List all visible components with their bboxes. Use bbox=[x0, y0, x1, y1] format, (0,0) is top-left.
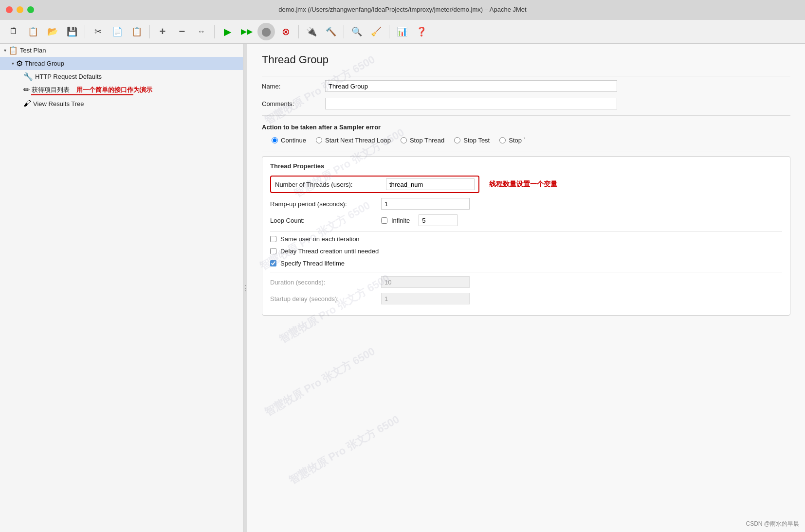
panel-divider[interactable] bbox=[243, 44, 247, 532]
same-user-checkbox[interactable] bbox=[270, 236, 276, 242]
radio-stop-now-label[interactable]: Stop ` bbox=[509, 137, 526, 144]
radio-start-next-input[interactable] bbox=[316, 137, 322, 143]
http-defaults-icon: 🔧 bbox=[23, 72, 33, 81]
duration-input[interactable] bbox=[381, 276, 470, 288]
separator-after-title bbox=[262, 76, 790, 76]
infinite-label[interactable]: Infinite bbox=[391, 217, 410, 224]
radio-continue[interactable]: Continue bbox=[272, 137, 306, 144]
toolbar: 🗒 📋 📂 💾 ✂ 📄 📋 + − ↔ ▶ ▶▶ ⬤ ⊗ 🔌 🔨 🔍 🧹 📊 ❓ bbox=[0, 19, 805, 44]
loop-count-label: Loop Count: bbox=[270, 217, 377, 224]
delay-thread-checkbox[interactable] bbox=[270, 248, 276, 254]
same-user-label[interactable]: Same user on each iteration bbox=[280, 235, 360, 243]
radio-stop-thread-label[interactable]: Stop Thread bbox=[410, 137, 444, 144]
annotation-underline bbox=[31, 94, 133, 95]
run-button[interactable]: ▶ bbox=[219, 23, 236, 40]
radio-stop-test-input[interactable] bbox=[454, 137, 460, 143]
startup-delay-label: Startup delay (seconds): bbox=[270, 295, 377, 302]
right-panel: Thread Group Name: Comments: Action to b… bbox=[247, 44, 805, 532]
loop-count-input[interactable] bbox=[419, 214, 457, 226]
thread-group-form: Thread Group Name: Comments: Action to b… bbox=[247, 44, 805, 333]
open-button[interactable]: 📂 bbox=[44, 23, 61, 40]
add-button[interactable]: + bbox=[154, 23, 171, 40]
stop-button[interactable]: ⬤ bbox=[257, 23, 275, 40]
clear-all-button[interactable]: 🧹 bbox=[367, 23, 385, 40]
thread-properties-box: Thread Properties Number of Threads (use… bbox=[262, 156, 790, 316]
watermark-5: 智慧牧原 Pro 张文方 6500 bbox=[262, 344, 378, 420]
separator-4 bbox=[298, 25, 299, 38]
function-helper-button[interactable]: 📊 bbox=[393, 23, 411, 40]
annotation-interface: 用一个简单的接口作为演示 bbox=[76, 86, 152, 94]
radio-continue-label[interactable]: Continue bbox=[281, 137, 306, 144]
get-list-label: 获得项目列表 bbox=[32, 86, 70, 94]
open-templates-button[interactable]: 📋 bbox=[24, 23, 42, 40]
test-plan-icon: 📋 bbox=[8, 46, 18, 55]
sidebar-item-view-results[interactable]: 🖌 View Results Tree bbox=[0, 97, 243, 110]
comments-row: Comments: bbox=[262, 98, 790, 109]
left-panel: ▾ 📋 Test Plan ▾ ⚙ Thread Group 🔧 HTTP Re… bbox=[0, 44, 243, 532]
radio-start-next[interactable]: Start Next Thread Loop bbox=[316, 137, 391, 144]
separator-6 bbox=[389, 25, 389, 38]
radio-continue-input[interactable] bbox=[272, 137, 278, 143]
save-button[interactable]: 💾 bbox=[63, 23, 81, 40]
ramp-up-input[interactable] bbox=[381, 198, 470, 210]
startup-delay-row: Startup delay (seconds): bbox=[270, 293, 782, 304]
expand-icon: ▾ bbox=[4, 48, 6, 53]
annotation-thread-num: 线程数量设置一个变量 bbox=[489, 180, 557, 189]
radio-stop-now[interactable]: Stop ` bbox=[499, 137, 526, 144]
sidebar-item-http-defaults[interactable]: 🔧 HTTP Request Defaults bbox=[0, 70, 243, 83]
separator-after-radio bbox=[262, 152, 790, 152]
ramp-up-label: Ramp-up period (seconds): bbox=[270, 200, 377, 208]
delay-thread-label[interactable]: Delay Thread creation until needed bbox=[280, 248, 379, 255]
specify-lifetime-label[interactable]: Specify Thread lifetime bbox=[280, 260, 345, 267]
thread-num-highlight-box: Number of Threads (users): bbox=[270, 176, 479, 193]
copy-button[interactable]: 📄 bbox=[109, 23, 126, 40]
name-input[interactable] bbox=[325, 80, 617, 92]
run-no-pause-button[interactable]: ▶▶ bbox=[238, 23, 256, 40]
comments-input[interactable] bbox=[325, 98, 617, 109]
infinite-checkbox[interactable] bbox=[381, 217, 387, 224]
remote-start-button[interactable]: 🔌 bbox=[303, 23, 320, 40]
watermark-6: 智慧牧原 Pro 张文方 6500 bbox=[286, 412, 402, 488]
radio-stop-test[interactable]: Stop Test bbox=[454, 137, 490, 144]
name-label: Name: bbox=[262, 83, 320, 90]
thread-num-input[interactable] bbox=[386, 178, 475, 190]
radio-stop-thread-input[interactable] bbox=[401, 137, 407, 143]
window-controls[interactable] bbox=[6, 6, 34, 13]
sidebar-item-thread-group[interactable]: ▾ ⚙ Thread Group bbox=[0, 57, 243, 70]
minimize-button[interactable] bbox=[17, 6, 23, 13]
window-title: demo.jmx (/Users/zhangwenfang/IdeaProjec… bbox=[278, 6, 526, 13]
new-button[interactable]: 🗒 bbox=[5, 23, 22, 40]
specify-lifetime-checkbox[interactable] bbox=[270, 260, 276, 266]
same-user-row: Same user on each iteration bbox=[270, 235, 782, 243]
search-button[interactable]: 🔍 bbox=[348, 23, 366, 40]
close-button[interactable] bbox=[6, 6, 13, 13]
help-button[interactable]: ❓ bbox=[413, 23, 430, 40]
panel-title: Thread Group bbox=[262, 53, 790, 66]
radio-start-next-label[interactable]: Start Next Thread Loop bbox=[325, 137, 391, 144]
radio-stop-now-input[interactable] bbox=[499, 137, 506, 143]
sidebar-item-test-plan[interactable]: ▾ 📋 Test Plan bbox=[0, 44, 243, 57]
http-defaults-label: HTTP Request Defaults bbox=[35, 73, 102, 80]
delay-thread-row: Delay Thread creation until needed bbox=[270, 248, 782, 255]
shutdown-button[interactable]: ⊗ bbox=[277, 23, 294, 40]
titlebar: demo.jmx (/Users/zhangwenfang/IdeaProjec… bbox=[0, 0, 805, 19]
separator-in-props bbox=[270, 231, 782, 231]
main-layout: ▾ 📋 Test Plan ▾ ⚙ Thread Group 🔧 HTTP Re… bbox=[0, 44, 805, 532]
startup-delay-input[interactable] bbox=[381, 293, 470, 304]
loop-count-row: Loop Count: Infinite bbox=[270, 214, 782, 226]
cut-button[interactable]: ✂ bbox=[89, 23, 107, 40]
move-button[interactable]: ↔ bbox=[193, 23, 210, 40]
remote-stop-button[interactable]: 🔨 bbox=[322, 23, 340, 40]
separator-2 bbox=[149, 25, 150, 38]
remove-button[interactable]: − bbox=[173, 23, 191, 40]
thread-group-label: Thread Group bbox=[25, 60, 64, 67]
comments-label: Comments: bbox=[262, 100, 320, 107]
radio-stop-thread[interactable]: Stop Thread bbox=[401, 137, 444, 144]
separator-after-comments bbox=[262, 115, 790, 116]
paste-button[interactable]: 📋 bbox=[128, 23, 146, 40]
specify-lifetime-row: Specify Thread lifetime bbox=[270, 260, 782, 267]
separator-before-duration bbox=[270, 272, 782, 272]
maximize-button[interactable] bbox=[27, 6, 34, 13]
thread-properties-label: Thread Properties bbox=[270, 162, 782, 170]
radio-stop-test-label[interactable]: Stop Test bbox=[463, 137, 490, 144]
